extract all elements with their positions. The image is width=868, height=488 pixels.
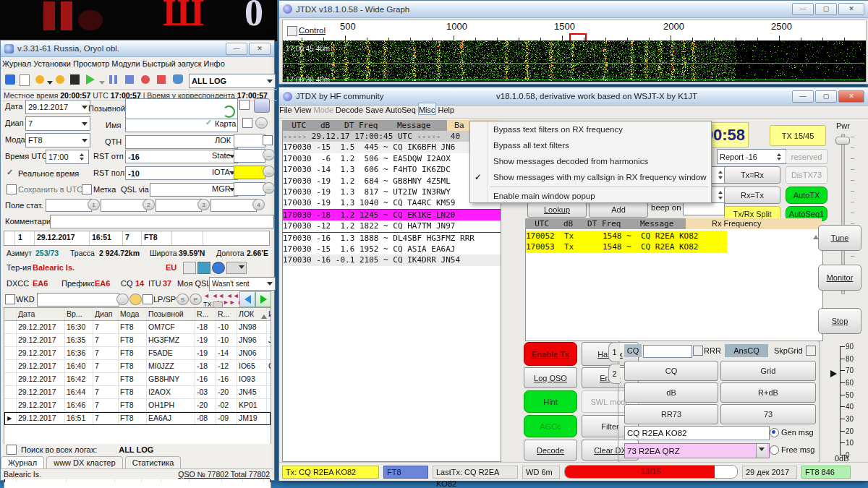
map-more-button[interactable]: ... [255,117,268,129]
report-spinner[interactable]: Report -16 [717,149,786,164]
table-row[interactable]: 29.12.201716:357FT8HG3FMZ-19-10JN96Jc [4,334,271,347]
autotx-button[interactable]: AutoTX [786,187,827,204]
close-icon[interactable]: ✕ [249,43,271,55]
time-utc-spinner[interactable]: 17:00 [46,150,89,164]
pole4-input[interactable] [210,199,257,212]
p-button[interactable]: P [190,294,202,305]
goto-icon[interactable] [56,75,64,84]
menu-item-popup[interactable]: Enable main window popup [470,189,711,202]
decoded-line[interactable]: 170030 -14 1.3 606 ~ F4HTO IK6ZDC [283,164,501,175]
agc-button[interactable]: AGCc [524,415,577,437]
refresh-icon[interactable] [223,106,235,118]
mode-combo[interactable]: FT8 [25,133,90,147]
copy-icon[interactable] [183,262,196,274]
menu-item-mycall-rx[interactable]: ✓ Show messages with my callsign in RX f… [470,169,711,185]
tune-button[interactable]: Tune [818,225,861,251]
decoded-line[interactable]: ----- 29.12.17 17:00:45 UTC ----- 40 [283,131,501,142]
date-combo[interactable]: 29.12.2017 [25,100,90,114]
map-check[interactable] [205,100,215,110]
menu-misc[interactable]: Misc [418,103,436,115]
tx-period-button[interactable]: TX 15/45 [770,125,826,146]
pwr-slider-handle[interactable] [835,137,850,145]
minimize-icon[interactable]: — [792,3,814,15]
cq-msg-button[interactable]: CQ [624,361,718,381]
window-dropdown-icon[interactable] [226,262,247,274]
decoded-line[interactable]: 170030 -19 1.3 1040 ~ CQ TA4RC KM59 [283,197,501,209]
decoded-line[interactable]: 170030 -12 1.2 1822 ~ CQ HA7TM JN97 [283,221,501,232]
pole3-button[interactable]: 3 [197,199,210,210]
tab-2[interactable]: 2 [608,364,620,384]
search-all-logs-checkbox[interactable] [7,445,17,455]
stop-red-icon[interactable] [157,75,166,84]
decoded-line[interactable]: 170030 -6 1.2 506 ~ EA5DQW I2AOX [283,153,501,164]
menu-info[interactable]: Инфо [204,59,225,68]
table-row[interactable]: 29.12.201716:407FT8MI0JZZ-18-12IO65Ch [4,360,271,373]
comment-input[interactable] [50,215,274,228]
metka-checkbox[interactable] [82,184,92,194]
rrr-checkbox[interactable] [693,346,703,356]
rr73-msg-button[interactable]: RR73 [624,404,718,424]
menu-item-bypass-rx[interactable]: Bypass text filters on RX frequency [470,121,711,137]
table-row[interactable]: 29.12.201716:307FT8OM7CF-18-10JN98 [4,321,271,334]
tx-eq-rx-button[interactable]: Tx=Rx [724,166,780,184]
enable-tx-button[interactable]: Enable Tx [524,342,577,366]
s-button[interactable]: S [176,294,189,305]
table-row[interactable]: 29.12.201716:367FT8F5ADE-19-14JN06 [4,347,271,360]
freq-scale[interactable]: Control 500 1000 1500 2000 2500 [282,20,867,41]
browser-icon[interactable] [212,262,225,274]
maximize-icon[interactable]: ▢ [815,3,837,15]
map-preview-icon[interactable] [197,262,210,274]
menu-item-bypass-all[interactable]: Bypass all text filters [470,137,711,153]
callsign-checkbox[interactable] [239,100,250,110]
close-icon[interactable]: ✕ [838,90,864,103]
record-icon[interactable] [141,75,150,84]
beep-input[interactable] [683,202,725,215]
tab-dx-cluster[interactable]: www DX кластер [46,456,122,468]
anscq-button[interactable]: AnsCQ [725,344,768,357]
decoded-line[interactable]: 170053 Tx 1548 ~ CQ R2EA KO82 [526,241,727,252]
menu-mode[interactable]: Mode [314,106,334,114]
state-more-button[interactable]: ... [263,149,275,160]
sort-asc-icon[interactable] [261,312,267,319]
decoded-line[interactable]: 170030 -16 1.3 1888 ~ DL4SBF HG3FMZ RRR [283,233,501,244]
menu-view[interactable]: View [294,106,312,114]
table-row[interactable]: 29.12.201716:467FT8OH1PH-20-02KP01 [4,399,271,412]
waterfall-canvas[interactable] [283,40,864,81]
cq-dir-input[interactable] [643,345,692,358]
pole1-input[interactable] [46,199,92,212]
wkd-refresh-button[interactable] [116,294,129,305]
pole2-input[interactable] [101,199,147,212]
lpsp-checkbox[interactable] [142,294,153,304]
log-select-combo[interactable]: ALL LOG [189,74,276,88]
rdb-msg-button[interactable]: R+dB [720,382,816,403]
gen-msg-radio[interactable] [770,428,779,437]
disk-icon[interactable] [70,74,80,85]
printer-icon[interactable] [173,74,183,84]
menu-prosmotr[interactable]: Просмотр [73,59,109,68]
menu-ustanovki[interactable]: Установки [33,59,71,68]
next-button[interactable] [255,291,271,307]
decoded-line[interactable]: 170030 -19 1.2 684 ~ GB8HNY 4Z5ML [283,176,501,187]
gen-msg-input[interactable]: CQ R2EA KO82 [624,426,770,440]
save-icon[interactable] [5,74,15,85]
menu-bystry-zapusk[interactable]: Быстрый запуск [142,59,202,68]
decoded-line[interactable]: 170030 -15 1.5 445 ~ CQ IK6BFH JN6 [283,142,501,153]
prev-button[interactable] [239,291,255,307]
stop-blue-icon[interactable] [125,75,134,84]
table-row[interactable]: 29.12.201716:447FT8I2AOX-03-20JN45 [4,386,271,399]
log-qso-button[interactable]: Log QSO [524,367,577,388]
play-dropdown-icon[interactable] [99,81,105,87]
tab-1[interactable]: 1 [608,342,620,362]
menu-autoseq[interactable]: AutoSeq [386,106,416,114]
db-msg-button[interactable]: dB [624,382,718,403]
pole4-button[interactable]: 4 [252,199,265,210]
hint-button[interactable]: Hint [524,390,577,413]
wkd-checkbox[interactable] [5,294,15,304]
tab-statistika[interactable]: Статистика [125,456,182,468]
pole1-button[interactable]: 1 [88,199,100,210]
wkd-find-button[interactable] [129,294,142,305]
decoded-line[interactable]: 170030 -19 1.3 817 ~ UT2IW IN3RWY [283,187,501,197]
lok-input[interactable] [234,134,265,147]
close-icon[interactable]: ✕ [838,3,864,15]
pole3-input[interactable] [156,199,202,212]
